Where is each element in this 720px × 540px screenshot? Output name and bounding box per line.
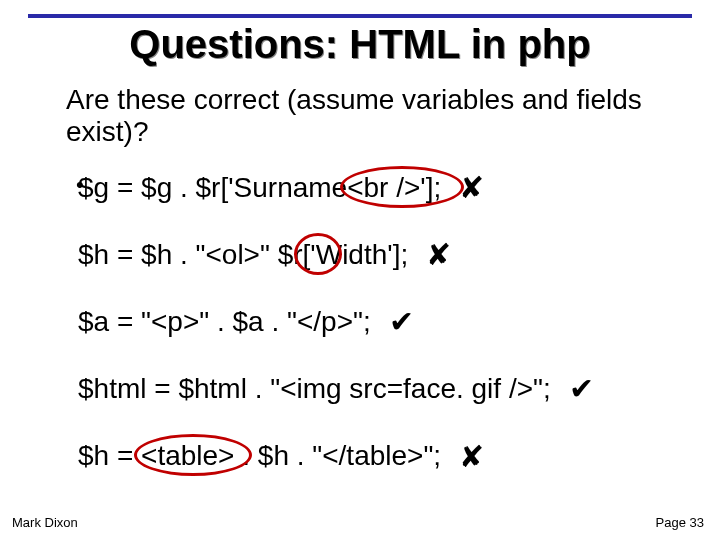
top-rule bbox=[28, 14, 692, 18]
cross-icon: ✘ bbox=[459, 170, 484, 205]
code-text-4: $html = $html . "<img src=face. gif />"; bbox=[78, 373, 551, 404]
code-text-2: $h = $h . "<ol>" $r['Width']; bbox=[78, 239, 408, 270]
cross-icon: ✘ bbox=[426, 237, 451, 272]
question-block: • Are these correct (assume variables an… bbox=[38, 84, 680, 148]
code-line-1: $g = $g . $r['Surname<br />']; ✘ bbox=[78, 172, 690, 207]
question-text: Are these correct (assume variables and … bbox=[66, 84, 680, 148]
code-line-2: $h = $h . "<ol>" $r['Width']; ✘ bbox=[78, 239, 690, 274]
check-icon: ✔ bbox=[389, 304, 414, 339]
code-line-5: $h = <table> . $h . "</table>"; ✘ bbox=[78, 440, 690, 475]
cross-icon: ✘ bbox=[459, 439, 484, 474]
code-line-3: $a = "<p>" . $a . "</p>"; ✔ bbox=[78, 306, 690, 341]
slide-title: Questions: HTML in php bbox=[0, 22, 720, 67]
page-label: Page 33 bbox=[656, 515, 704, 530]
code-list: $g = $g . $r['Surname<br />']; ✘ $h = $h… bbox=[78, 172, 690, 508]
check-icon: ✔ bbox=[569, 371, 594, 406]
code-text-1: $g = $g . $r['Surname<br />']; bbox=[78, 172, 441, 203]
author-label: Mark Dixon bbox=[12, 515, 78, 530]
code-line-4: $html = $html . "<img src=face. gif />";… bbox=[78, 373, 690, 408]
code-text-3: $a = "<p>" . $a . "</p>"; bbox=[78, 306, 371, 337]
code-text-5: $h = <table> . $h . "</table>"; bbox=[78, 440, 441, 471]
